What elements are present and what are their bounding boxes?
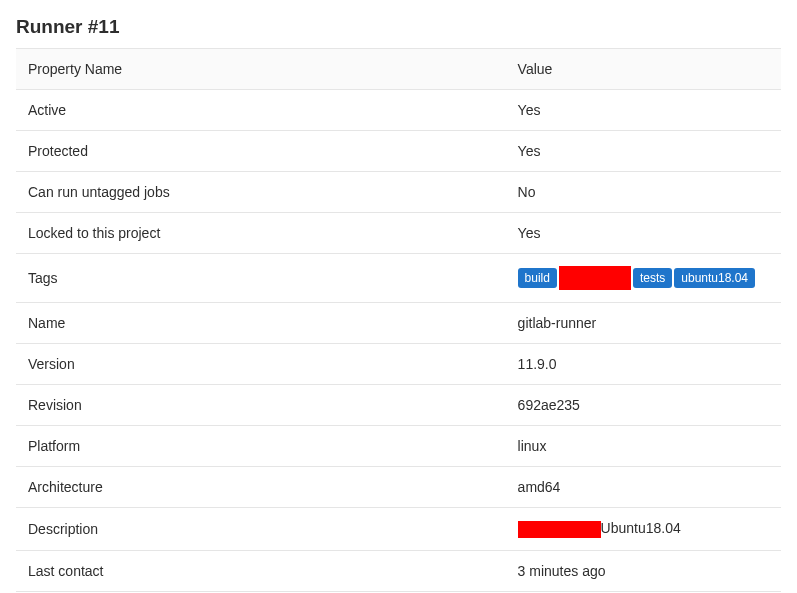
header-property: Property Name [16,49,506,90]
prop-label-protected: Protected [16,131,506,172]
prop-value-version: 11.9.0 [506,344,781,385]
prop-value-revision: 692ae235 [506,385,781,426]
table-row: Last contact 3 minutes ago [16,550,781,591]
prop-label-untagged: Can run untagged jobs [16,172,506,213]
table-row: Architecture amd64 [16,467,781,508]
prop-value-name: gitlab-runner [506,303,781,344]
tag-badge-ubuntu: ubuntu18.04 [674,268,755,288]
tag-badge-tests: tests [633,268,672,288]
header-value: Value [506,49,781,90]
redacted-description-prefix [518,521,601,538]
table-row: Revision 692ae235 [16,385,781,426]
table-row: Active Yes [16,90,781,131]
redacted-tag [559,266,631,290]
prop-label-platform: Platform [16,426,506,467]
prop-value-arch: amd64 [506,467,781,508]
prop-label-revision: Revision [16,385,506,426]
prop-value-tags: buildtestsubuntu18.04 [506,254,781,303]
table-header-row: Property Name Value [16,49,781,90]
prop-label-last-contact: Last contact [16,550,506,591]
table-row: Locked to this project Yes [16,213,781,254]
prop-label-description: Description [16,508,506,551]
prop-value-untagged: No [506,172,781,213]
prop-label-version: Version [16,344,506,385]
prop-value-protected: Yes [506,131,781,172]
table-row: Platform linux [16,426,781,467]
prop-value-active: Yes [506,90,781,131]
table-row: Name gitlab-runner [16,303,781,344]
table-row: Version 11.9.0 [16,344,781,385]
prop-label-arch: Architecture [16,467,506,508]
prop-value-last-contact: 3 minutes ago [506,550,781,591]
prop-value-locked: Yes [506,213,781,254]
table-row: Protected Yes [16,131,781,172]
page-title: Runner #11 [16,16,781,38]
prop-label-locked: Locked to this project [16,213,506,254]
prop-label-tags: Tags [16,254,506,303]
table-row: Can run untagged jobs No [16,172,781,213]
table-row: Description Ubuntu18.04 [16,508,781,551]
prop-value-platform: linux [506,426,781,467]
table-row: Tags buildtestsubuntu18.04 [16,254,781,303]
description-suffix: Ubuntu18.04 [601,520,681,536]
runner-properties-table: Property Name Value Active Yes Protected… [16,48,781,592]
prop-value-description: Ubuntu18.04 [506,508,781,551]
tag-badge-build: build [518,268,557,288]
prop-label-active: Active [16,90,506,131]
prop-label-name: Name [16,303,506,344]
